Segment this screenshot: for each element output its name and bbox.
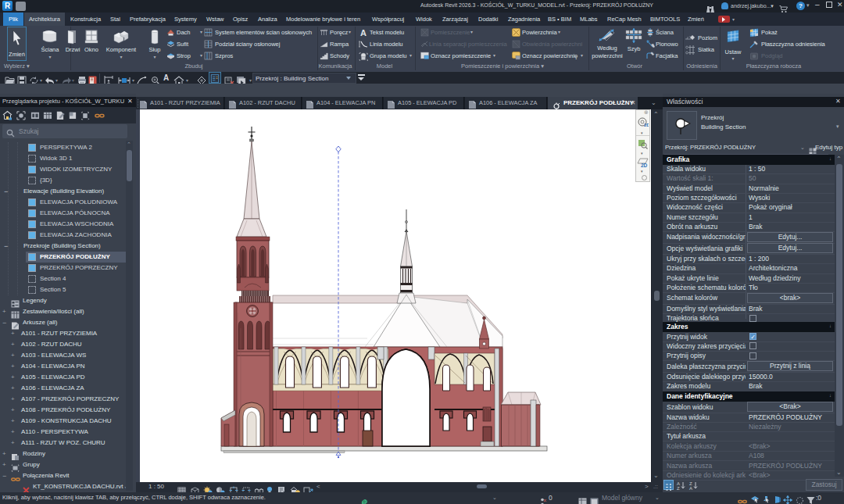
svg-text:2D: 2D xyxy=(641,163,648,168)
svg-text:Z: Z xyxy=(677,486,680,491)
svg-text:A: A xyxy=(689,486,692,491)
svg-text:A: A xyxy=(360,28,367,38)
svg-text:2D: 2D xyxy=(644,123,649,127)
